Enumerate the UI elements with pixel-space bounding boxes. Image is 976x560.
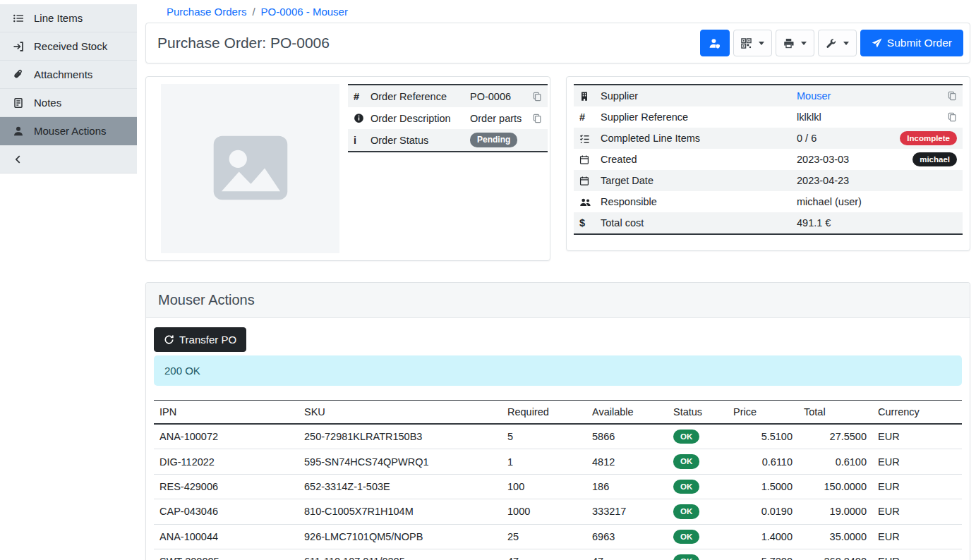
table-row: RES-429006 652-3314Z-1-503E 100 186 OK 1… xyxy=(154,474,962,499)
detail-label: Supplier xyxy=(601,90,797,102)
column-ipn: IPN xyxy=(154,401,299,425)
breadcrumb-separator: / xyxy=(252,6,255,18)
cell-total: 150.0000 xyxy=(798,474,872,499)
transfer-po-label: Transfer PO xyxy=(179,334,236,345)
breadcrumb: Purchase Orders/PO-0006 - Mouser xyxy=(145,0,970,23)
order-info-panel: # Order Reference PO-0006 Or xyxy=(145,76,550,261)
sidebar-item-label: Attachments xyxy=(34,68,92,80)
detail-label: Target Date xyxy=(601,175,797,186)
note-icon xyxy=(12,97,25,109)
ok-badge: OK xyxy=(673,530,699,544)
copy-icon xyxy=(947,91,957,101)
sidebar-item-attachments[interactable]: Attachments xyxy=(0,61,137,89)
cell-price: 5.5100 xyxy=(728,424,798,449)
sidebar-item-line-items[interactable]: Line Items xyxy=(0,4,137,32)
copy-button[interactable] xyxy=(947,112,957,122)
detail-value: 0 / 6 xyxy=(797,133,894,144)
main-content: Purchase Orders/PO-0006 - Mouser Purchas… xyxy=(137,0,976,560)
order-header-panel: Purchase Order: PO-0006 xyxy=(145,23,970,63)
cell-currency: EUR xyxy=(872,549,962,560)
ok-badge: OK xyxy=(673,430,699,444)
copy-button[interactable] xyxy=(947,91,957,101)
detail-row-supplier-reference: # Supplier Reference lklklkl xyxy=(574,106,963,128)
sidebar-item-label: Mouser Actions xyxy=(34,125,107,137)
hash-icon: # xyxy=(354,91,370,102)
cell-available: 186 xyxy=(586,474,668,499)
detail-value: lklklkl xyxy=(797,111,941,123)
cell-required: 47 xyxy=(502,549,586,560)
qrcode-icon xyxy=(741,38,752,49)
submit-order-label: Submit Order xyxy=(887,37,952,49)
detail-value: 2023-04-23 xyxy=(797,175,957,186)
column-sku: SKU xyxy=(299,401,502,425)
cell-available: 4812 xyxy=(586,449,668,474)
order-actions-button[interactable] xyxy=(818,30,857,56)
cell-required: 5 xyxy=(502,424,586,449)
detail-value: 491.1 € xyxy=(797,217,957,229)
cell-sku: 611-110.107.011/0205 xyxy=(299,549,502,560)
breadcrumb-link-current-order[interactable]: PO-0006 - Mouser xyxy=(261,6,348,18)
detail-label: Completed Line Items xyxy=(601,133,797,144)
barcode-actions-button[interactable] xyxy=(733,30,772,56)
cell-sku: 926-LMC7101QM5/NOPB xyxy=(299,524,502,549)
cell-status: OK xyxy=(668,549,728,560)
column-available: Available xyxy=(586,401,668,425)
print-actions-button[interactable] xyxy=(776,30,814,56)
order-image-placeholder[interactable] xyxy=(161,84,339,253)
parts-table-body: ANA-100072 250-72981KLRATR150B3 5 5866 O… xyxy=(154,424,962,560)
incomplete-badge: Incomplete xyxy=(900,131,957,145)
user-icon xyxy=(709,37,721,49)
cell-ipn: CAP-043046 xyxy=(154,499,299,524)
calendar-icon xyxy=(579,176,601,186)
panel-body: Transfer PO 200 OK IPN SKU Required A xyxy=(146,318,970,560)
sidebar-collapse-button[interactable] xyxy=(0,145,137,174)
info-circle-icon xyxy=(354,113,370,123)
cell-status: OK xyxy=(668,424,728,449)
user-action-button[interactable] xyxy=(700,30,730,56)
ok-badge: OK xyxy=(673,504,699,518)
cell-currency: EUR xyxy=(872,424,962,449)
chevron-left-icon xyxy=(12,154,25,164)
parts-table-header: IPN SKU Required Available Status Price … xyxy=(154,401,962,425)
submit-order-button[interactable]: Submit Order xyxy=(860,30,963,56)
cell-status: OK xyxy=(668,524,728,549)
sidebar-item-received-stock[interactable]: Received Stock xyxy=(0,32,137,61)
column-total: Total xyxy=(798,401,872,425)
cell-currency: EUR xyxy=(872,449,962,474)
cell-price: 5.7200 xyxy=(728,549,798,560)
sidebar-item-label: Received Stock xyxy=(34,40,107,52)
sidebar-item-notes[interactable]: Notes xyxy=(0,89,137,117)
detail-row-supplier: Supplier Mouser xyxy=(574,85,963,106)
breadcrumb-link-purchase-orders[interactable]: Purchase Orders xyxy=(167,6,246,18)
cell-required: 100 xyxy=(502,474,586,499)
cell-available: 5866 xyxy=(586,424,668,449)
detail-row-responsible: Responsible michael (user) xyxy=(574,191,963,212)
cell-available: 6963 xyxy=(586,524,668,549)
sidebar-item-mouser-actions[interactable]: Mouser Actions xyxy=(0,117,137,145)
status-alert-text: 200 OK xyxy=(164,365,200,377)
table-row: SWT-200005 611-110.107.011/0205 47 47 OK… xyxy=(154,549,962,560)
hash-icon: # xyxy=(579,111,601,123)
copy-button[interactable] xyxy=(532,92,542,102)
detail-row-target-date: Target Date 2023-04-23 xyxy=(574,170,963,191)
cell-required: 25 xyxy=(502,524,586,549)
cell-available: 47 xyxy=(586,549,668,560)
copy-icon xyxy=(532,114,542,123)
cell-sku: 652-3314Z-1-503E xyxy=(299,474,502,499)
cell-price: 1.5000 xyxy=(728,474,798,499)
copy-button[interactable] xyxy=(532,114,542,123)
transfer-po-button[interactable]: Transfer PO xyxy=(154,327,246,352)
detail-row-completed-line-items: Completed Line Items 0 / 6 Incomplete xyxy=(574,128,963,149)
detail-value: Order parts xyxy=(470,113,526,124)
detail-row-total-cost: $ Total cost 491.1 € xyxy=(574,212,963,233)
cell-sku: 595-SN74HCS74QPWRQ1 xyxy=(299,449,502,474)
dollar-icon: $ xyxy=(579,217,601,229)
list-check-icon xyxy=(579,133,601,144)
user-icon xyxy=(12,126,25,137)
detail-label: Created xyxy=(601,154,797,165)
detail-row-order-description: Order Description Order parts xyxy=(348,107,548,129)
column-currency: Currency xyxy=(872,401,962,425)
supplier-link[interactable]: Mouser xyxy=(797,90,831,102)
tools-icon xyxy=(826,38,836,49)
cell-currency: EUR xyxy=(872,474,962,499)
